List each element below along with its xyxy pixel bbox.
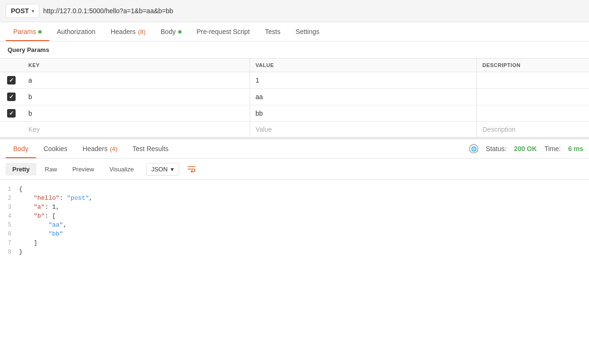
row-value-cell[interactable]: 1: [250, 72, 476, 89]
line-content-5: "aa",: [19, 221, 67, 229]
response-tab-body[interactable]: Body: [6, 139, 36, 158]
code-line-3: 3 "a": 1,: [0, 203, 589, 212]
body-dot-icon: [178, 30, 182, 34]
status-label: Status:: [486, 145, 507, 152]
row-checkbox-cell[interactable]: [0, 105, 23, 122]
response-tab-headers[interactable]: Headers (4): [75, 139, 125, 158]
table-row: a 1: [0, 72, 589, 89]
row-description-cell[interactable]: [476, 89, 589, 105]
code-line-2: 2 "hello": "post",: [0, 194, 589, 203]
wrap-icon[interactable]: [185, 162, 198, 176]
query-params-section-header: Query Params: [0, 42, 589, 59]
json-format-label: JSON: [151, 166, 168, 173]
row-description-cell[interactable]: [476, 105, 589, 122]
method-selector[interactable]: POST ▾: [6, 4, 39, 18]
row-key-cell[interactable]: b: [23, 105, 250, 122]
tab-tests[interactable]: Tests: [258, 22, 288, 41]
line-content-3: "a": 1,: [19, 203, 60, 211]
line-content-2: "hello": "post",: [19, 195, 93, 202]
row-value-cell[interactable]: aa: [250, 89, 476, 105]
tab-authorization[interactable]: Authorization: [49, 22, 103, 41]
request-tabs-bar: Params Authorization Headers (8) Body Pr…: [0, 22, 589, 42]
checkbox-a[interactable]: [7, 76, 16, 85]
table-row: b aa: [0, 89, 589, 105]
tab-body-label: Body: [161, 28, 176, 35]
code-line-7: 7 ]: [0, 238, 589, 247]
line-num-6: 6: [0, 231, 19, 237]
line-content-1: {: [19, 186, 23, 193]
tab-headers-label: Headers: [111, 28, 136, 35]
tab-params[interactable]: Params: [6, 22, 49, 41]
line-content-6: "bb": [19, 230, 63, 237]
response-headers-badge: (4): [110, 145, 117, 152]
url-bar: POST ▾: [0, 0, 589, 22]
row-value-cell[interactable]: bb: [250, 105, 476, 122]
url-input[interactable]: [43, 5, 583, 17]
row-key-cell[interactable]: b: [23, 89, 250, 105]
code-line-6: 6 "bb": [0, 229, 589, 238]
tab-settings[interactable]: Settings: [288, 22, 327, 41]
code-line-1: 1 {: [0, 185, 589, 194]
format-tab-preview[interactable]: Preview: [66, 163, 101, 176]
headers-badge: (8): [138, 28, 146, 35]
checkbox-b2[interactable]: [7, 109, 16, 118]
tab-settings-label: Settings: [295, 28, 320, 35]
line-num-3: 3: [0, 204, 19, 211]
line-content-4: "b": [: [19, 212, 56, 220]
format-tab-visualize[interactable]: Visualize: [103, 163, 140, 176]
checkbox-b1[interactable]: [7, 93, 16, 101]
col-value-header: VALUE: [250, 59, 476, 72]
response-tab-body-label: Body: [13, 145, 28, 152]
format-tab-pretty-label: Pretty: [12, 166, 30, 173]
line-num-2: 2: [0, 195, 19, 202]
tab-prerequest-label: Pre-request Script: [197, 28, 250, 35]
tab-prerequest[interactable]: Pre-request Script: [189, 22, 258, 41]
response-tab-cookies-label: Cookies: [43, 145, 68, 152]
params-dot-icon: [38, 30, 42, 34]
tab-authorization-label: Authorization: [57, 28, 95, 35]
line-content-8: }: [19, 248, 23, 255]
table-row-placeholder: Key Value Description: [0, 122, 589, 137]
tab-headers[interactable]: Headers (8): [103, 22, 153, 41]
row-checkbox-cell[interactable]: [0, 89, 23, 105]
globe-icon: 🌐: [469, 144, 478, 153]
format-tabs-bar: Pretty Raw Preview Visualize JSON ▾: [0, 159, 589, 180]
format-tab-raw[interactable]: Raw: [38, 163, 64, 176]
response-tab-cookies[interactable]: Cookies: [36, 139, 75, 158]
row-key-cell[interactable]: a: [23, 72, 250, 89]
response-tab-testresults-label: Test Results: [132, 145, 168, 152]
table-row: b bb: [0, 105, 589, 122]
tab-tests-label: Tests: [265, 28, 281, 35]
response-tab-testresults[interactable]: Test Results: [125, 139, 176, 158]
response-status-area: 🌐 Status: 200 OK Time: 6 ms: [469, 144, 583, 153]
col-key-header: KEY: [23, 59, 250, 72]
code-line-8: 8 }: [0, 247, 589, 256]
col-description-header: DESCRIPTION: [476, 59, 589, 72]
format-tab-pretty[interactable]: Pretty: [6, 163, 36, 176]
line-num-7: 7: [0, 240, 19, 246]
tab-body[interactable]: Body: [153, 22, 189, 41]
format-tab-visualize-label: Visualize: [109, 166, 134, 173]
format-tab-preview-label: Preview: [72, 166, 94, 173]
code-line-5: 5 "aa",: [0, 220, 589, 229]
status-value: 200 OK: [514, 145, 537, 152]
json-format-selector[interactable]: JSON ▾: [146, 163, 179, 176]
line-num-1: 1: [0, 186, 19, 193]
method-label: POST: [11, 7, 29, 15]
row-placeholder-value[interactable]: Value: [250, 122, 476, 137]
response-section: Body Cookies Headers (4) Test Results 🌐 …: [0, 137, 589, 261]
line-num-5: 5: [0, 222, 19, 229]
tab-params-label: Params: [13, 28, 36, 35]
row-placeholder-key[interactable]: Key: [23, 122, 250, 137]
row-description-cell[interactable]: [476, 72, 589, 89]
time-label: Time:: [545, 145, 561, 152]
line-num-8: 8: [0, 249, 19, 255]
method-chevron-icon: ▾: [32, 8, 34, 14]
row-checkbox-cell[interactable]: [0, 72, 23, 89]
code-line-4: 4 "b": [: [0, 212, 589, 220]
row-placeholder-description[interactable]: Description: [476, 122, 589, 137]
line-content-7: ]: [19, 239, 37, 246]
json-format-chevron-icon: ▾: [171, 166, 174, 173]
col-checkbox-header: [0, 59, 23, 72]
response-tab-headers-label: Headers: [83, 145, 108, 152]
